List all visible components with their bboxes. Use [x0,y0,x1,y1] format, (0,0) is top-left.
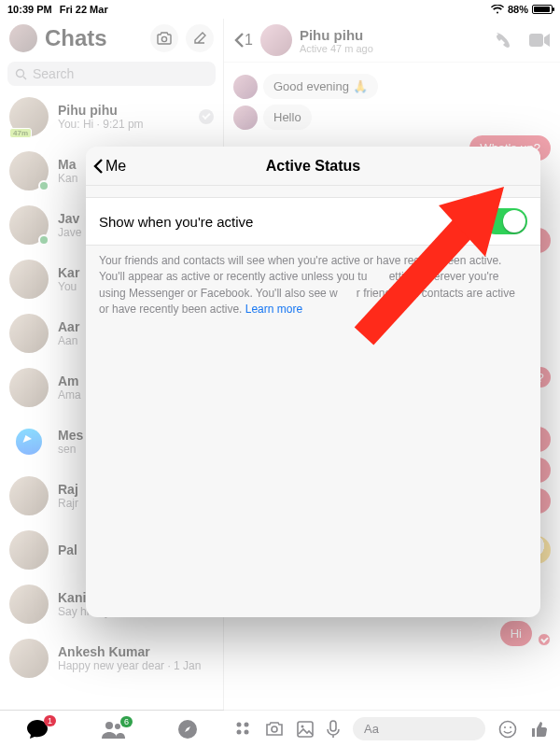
apps-icon[interactable] [235,721,252,738]
svg-point-8 [245,722,249,726]
svg-point-3 [105,722,113,729]
svg-point-11 [272,726,277,732]
svg-point-15 [500,721,516,737]
presence-dot-icon [38,180,49,191]
modal-description: Your friends and contacts will see when … [86,246,540,326]
chevron-left-icon [93,158,104,175]
audio-call-icon[interactable] [493,31,511,49]
active-status-modal: Me Active Status Show when you're active… [86,147,540,617]
avatar-icon [233,75,258,99]
camera-icon[interactable] [150,24,178,52]
profile-avatar[interactable] [9,24,37,52]
message-in[interactable]: Good evening 🙏 [263,74,378,99]
message-input[interactable]: Aa [353,717,485,740]
svg-line-2 [23,77,26,79]
svg-point-0 [161,36,166,41]
compose-icon[interactable] [186,24,214,52]
chat-badge: 1 [44,715,56,726]
emoji-icon[interactable] [498,720,517,739]
list-item[interactable]: Ankesh KumarHappy new year dear · 1 Jan [0,631,223,685]
status-date: Fri 22 Mar [60,4,108,15]
search-icon [15,68,27,80]
like-icon[interactable] [530,720,549,739]
message-in[interactable]: Hello [263,105,312,130]
svg-point-4 [115,724,120,729]
svg-rect-14 [330,721,336,731]
modal-title: Active Status [266,158,360,175]
modal-header: Me Active Status [86,147,540,186]
composer: Aa [224,710,560,747]
active-status-row: Show when you're active [86,197,540,246]
video-call-icon[interactable] [528,33,551,48]
nav-discover-icon[interactable] [177,719,198,740]
learn-more-link[interactable]: Learn more [245,303,302,316]
list-item[interactable]: 47m Pihu pihuYou: Hi · 9:21 pm [0,90,223,144]
svg-point-9 [237,729,242,734]
active-status-toggle[interactable] [483,208,527,234]
bottom-nav: 1 6 [0,710,224,747]
chevron-left-icon [233,32,245,49]
svg-point-1 [17,69,24,77]
svg-rect-12 [298,722,313,737]
conversation-header: 1 Pihu pihu Active 47 m ago [224,19,560,63]
status-time: 10:39 PM [7,4,52,15]
svg-point-16 [504,726,506,728]
battery-percent: 88% [508,4,528,15]
modal-back-button[interactable]: Me [93,147,126,185]
svg-rect-6 [529,34,543,47]
gallery-icon[interactable] [297,721,314,738]
nav-chats-icon[interactable]: 1 [26,719,49,740]
camera-icon[interactable] [265,722,284,737]
messenger-icon [16,429,42,455]
svg-point-7 [237,722,242,726]
contact-status: Active 47 m ago [300,43,485,54]
contact-avatar[interactable] [260,24,292,56]
wifi-icon [491,5,504,14]
search-placeholder: Search [33,66,74,81]
sent-indicator-icon [538,633,551,646]
contact-name: Pihu pihu [300,27,485,43]
mic-icon[interactable] [327,720,340,739]
status-bar: 10:39 PM Fri 22 Mar 88% [0,0,560,19]
row-label: Show when you're active [99,214,253,230]
avatar-icon [233,106,258,130]
message-out[interactable]: Hi [500,621,532,646]
chats-title: Chats [45,25,143,51]
people-badge: 6 [120,716,133,727]
svg-point-10 [245,729,249,734]
chats-header: Chats [0,19,223,58]
nav-people-icon[interactable]: 6 [101,720,125,739]
delivered-icon [199,109,214,124]
back-button[interactable]: 1 [233,32,253,49]
svg-point-17 [510,726,511,728]
svg-point-13 [301,725,304,727]
search-input[interactable]: Search [7,62,216,86]
battery-icon [532,5,553,14]
